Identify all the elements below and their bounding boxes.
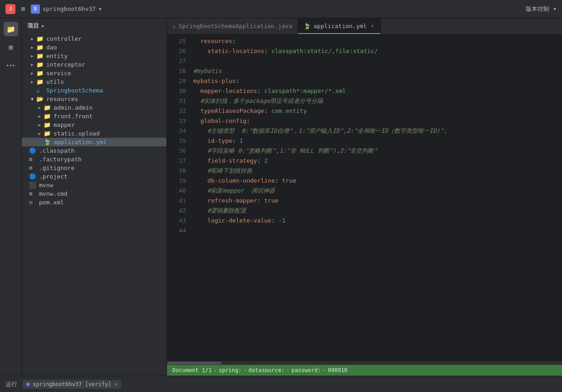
sidebar-item-admin[interactable]: ▶ 📁 admin.admin xyxy=(22,103,166,112)
sidebar-toggle-icon[interactable]: 📁 xyxy=(4,22,18,36)
sidebar-item-label: .factorypath xyxy=(39,156,82,163)
code-line-36: #字段策略 0:"忽略判断",1:"非 NULL 判断"),2:"非空判断" xyxy=(193,146,562,156)
sidebar-item-entity[interactable]: ▶ 📁 entity xyxy=(22,52,166,60)
sidebar-item-resources[interactable]: ▼ 📂 resources xyxy=(22,95,166,103)
statusbar-datasource: datasource: xyxy=(249,367,284,373)
sidebar-item-classpath[interactable]: ▶ 🔵 .classpath xyxy=(22,146,166,155)
code-line-28: #mybatis xyxy=(193,66,562,76)
project-name: springboot6hv37 xyxy=(43,5,96,12)
code-line-31: #实体扫描，多个package用逗号或者分号分隔 xyxy=(193,96,562,106)
code-line-34: #主键类型 0:"数据库ID自增"，1:"用户输入ID",2:"全局唯一ID（数… xyxy=(193,126,562,136)
sidebar-item-label: admin.admin xyxy=(54,104,93,111)
sidebar-item-static-upload[interactable]: ▶ 📁 static.upload xyxy=(22,129,166,138)
collapse-arrow: ▶ xyxy=(31,79,36,84)
statusbar-sep2: › xyxy=(244,367,247,373)
horizontal-scrollbar[interactable] xyxy=(167,361,562,365)
sidebar-item-label: service xyxy=(46,70,71,77)
tab-yaml-close[interactable]: × xyxy=(370,23,376,29)
code-line-40: #刷新mapper 调试神器 xyxy=(193,186,562,196)
verify-close-button[interactable]: × xyxy=(114,381,117,387)
sidebar-item-label: interceptor xyxy=(46,61,85,68)
vcs-control[interactable]: 版本控制 ▾ xyxy=(526,5,557,13)
sidebar-header[interactable]: 项目 ▾ xyxy=(22,18,166,34)
folder-icon: 📁 xyxy=(36,35,44,42)
sidebar-item-label: SpringbootSchema xyxy=(46,87,103,94)
mvnw-icon: ⬛ xyxy=(29,182,37,189)
main-area: 📁 ⊞ ••• 项目 ▾ ▶ 📁 controller ▶ 📁 dao xyxy=(0,18,562,376)
code-line-25: resources: xyxy=(193,36,562,46)
sidebar-item-project[interactable]: ▶ 🔵 .project xyxy=(22,172,166,181)
statusbar-doc: Document 1/1 xyxy=(172,367,212,373)
sidebar-item-controller[interactable]: ▶ 📁 controller xyxy=(22,34,166,43)
sidebar-item-label: application.yml xyxy=(54,139,107,145)
tab-java-label: SpringbootSchemaApplication.java xyxy=(179,23,292,29)
statusbar-sep3: › xyxy=(286,367,289,373)
folder-icon: 📁 xyxy=(44,104,52,111)
sidebar-item-dao[interactable]: ▶ 📁 dao xyxy=(22,43,166,52)
statusbar-path: Document 1/1 › spring: › datasource: › p… xyxy=(172,367,347,373)
scrollbar-thumb xyxy=(167,362,221,364)
hamburger-menu[interactable]: ≡ xyxy=(21,5,25,13)
sidebar-item-utils[interactable]: ▶ 📁 utils xyxy=(22,77,166,86)
sidebar-item-gitignore[interactable]: ▶ ⊘ .gitignore xyxy=(22,164,166,172)
tab-java[interactable]: ☕ SpringbootSchemaApplication.java xyxy=(167,18,298,34)
more-tools-icon[interactable]: ••• xyxy=(4,58,18,73)
titlebar: J ≡ S springboot6hv37 ▾ 版本控制 ▾ xyxy=(0,0,562,18)
sidebar-item-label: mvnw xyxy=(39,182,53,189)
tab-yaml[interactable]: 🍃 application.yml × xyxy=(298,18,381,34)
code-line-26: static-locations: classpath:static/,file… xyxy=(193,46,562,56)
folder-icon: 📁 xyxy=(36,53,44,59)
sidebar-item-springbootschema[interactable]: ▶ ☕ SpringbootSchema xyxy=(22,86,166,95)
verify-label: springboot6hv37 [verify] xyxy=(33,381,111,387)
collapse-arrow: ▶ xyxy=(38,105,44,110)
sidebar-item-label: .gitignore xyxy=(39,165,74,171)
sidebar-item-label: mvnw.cmd xyxy=(39,190,68,197)
pom-icon: m xyxy=(29,199,37,206)
collapse-arrow: ▶ xyxy=(31,36,36,41)
tab-yaml-label: application.yml xyxy=(313,23,367,29)
statusbar-password: password: xyxy=(291,367,321,373)
sidebar-item-front[interactable]: ▶ 📁 front.front xyxy=(22,112,166,121)
sidebar-item-label: .classpath xyxy=(39,147,74,154)
sidebar-item-factorypath[interactable]: ▶ ≡ .factorypath xyxy=(22,155,166,164)
components-icon[interactable]: ⊞ xyxy=(4,40,18,54)
java-file-icon: ☕ xyxy=(36,87,44,94)
yaml-file-icon: 🍃 xyxy=(44,139,52,145)
code-line-27 xyxy=(193,56,562,66)
sidebar-item-label: mapper xyxy=(54,121,75,128)
editor-tabs: ☕ SpringbootSchemaApplication.java 🍃 app… xyxy=(167,18,562,34)
verify-indicator xyxy=(26,382,30,386)
statusbar-sep4: › xyxy=(323,367,326,373)
code-line-39: db-column-underline: true xyxy=(193,176,562,186)
collapse-arrow: ▼ xyxy=(31,97,36,102)
collapse-arrow: ▶ xyxy=(31,71,36,76)
sidebar-item-label: utils xyxy=(46,78,64,85)
sidebar-item-mvnw[interactable]: ▶ ⬛ mvnw xyxy=(22,181,166,189)
project-selector[interactable]: S springboot6hv37 ▾ xyxy=(31,5,102,14)
folder-icon: 📁 xyxy=(44,113,52,120)
code-line-37: field-strategy: 2 xyxy=(193,156,562,166)
folder-icon: 📁 xyxy=(36,70,44,77)
project-icon: 🔵 xyxy=(29,173,37,180)
sidebar-item-label: dao xyxy=(46,44,57,51)
collapse-arrow: ▶ xyxy=(38,122,44,127)
bottombar: 运行 springboot6hv37 [verify] × xyxy=(0,376,562,392)
code-content[interactable]: resources: static-locations: classpath:s… xyxy=(190,34,562,361)
verify-tab[interactable]: springboot6hv37 [verify] × xyxy=(23,380,121,389)
sidebar-item-application-yml[interactable]: ▶ 🍃 application.yml xyxy=(22,138,166,146)
statusbar-sep1: › xyxy=(214,367,217,373)
sidebar-item-pom[interactable]: ▶ m pom.xml xyxy=(22,198,166,207)
sidebar-tree: ▶ 📁 controller ▶ 📁 dao ▶ 📁 entity xyxy=(22,34,166,376)
app-logo: J xyxy=(5,4,15,14)
code-line-44 xyxy=(193,226,562,236)
code-line-43: logic-delete-value: -1 xyxy=(193,216,562,226)
sidebar-item-mvnw-cmd[interactable]: ▶ ≡ mvnw.cmd xyxy=(22,189,166,198)
yaml-tab-icon: 🍃 xyxy=(303,23,311,29)
run-button[interactable]: 运行 xyxy=(5,380,17,388)
sidebar-item-service[interactable]: ▶ 📁 service xyxy=(22,69,166,77)
sidebar-item-mapper[interactable]: ▶ 📁 mapper xyxy=(22,121,166,129)
sidebar-item-label: .project xyxy=(39,173,68,180)
sidebar-item-interceptor[interactable]: ▶ 📁 interceptor xyxy=(22,60,166,69)
code-area: 25 26 27 28 29 30 31 32 33 34 35 36 37 3… xyxy=(167,34,562,361)
sidebar: 项目 ▾ ▶ 📁 controller ▶ 📁 dao ▶ 📁 xyxy=(22,18,167,376)
